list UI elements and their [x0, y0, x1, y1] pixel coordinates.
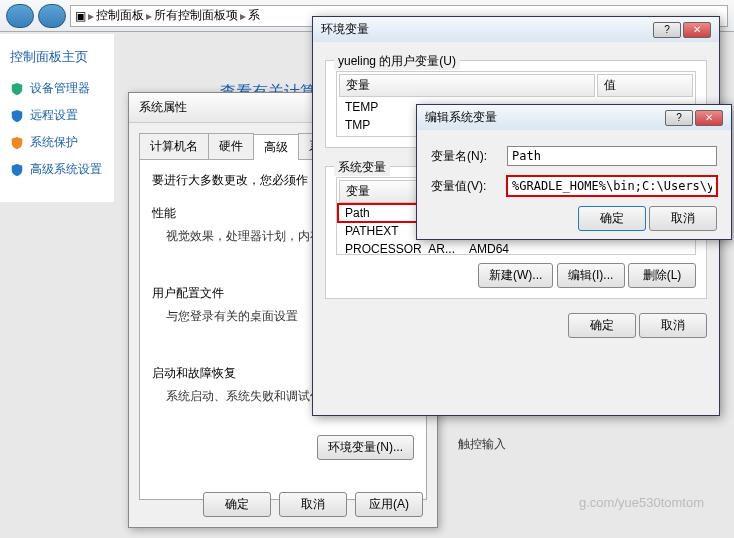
dialog-title: 编辑系统变量 — [425, 109, 497, 126]
delete-button[interactable]: 删除(L) — [628, 263, 696, 288]
control-panel-sidebar: 控制面板主页 设备管理器 远程设置 系统保护 高级系统设置 — [0, 34, 114, 202]
group-label: yueling 的用户变量(U) — [334, 53, 460, 70]
dialog-title: 环境变量 — [321, 21, 369, 38]
edit-button[interactable]: 编辑(I)... — [557, 263, 625, 288]
close-button[interactable]: ✕ — [683, 22, 711, 38]
env-vars-button[interactable]: 环境变量(N)... — [317, 435, 414, 460]
shield-icon — [10, 109, 24, 123]
crumb[interactable]: 控制面板 — [96, 7, 144, 24]
tab-computer-name[interactable]: 计算机名 — [139, 133, 209, 159]
shield-icon — [10, 136, 24, 150]
nav-fwd-button[interactable] — [38, 4, 66, 28]
dialog-buttons: 确定 取消 应用(A) — [129, 492, 437, 517]
chevron-right-icon: ▸ — [240, 9, 246, 23]
help-button[interactable]: ? — [653, 22, 681, 38]
new-button[interactable]: 新建(W)... — [478, 263, 553, 288]
help-button[interactable]: ? — [665, 110, 693, 126]
shield-icon — [10, 163, 24, 177]
nav-back-button[interactable] — [6, 4, 34, 28]
sidebar-title: 控制面板主页 — [10, 48, 104, 66]
cancel-button[interactable]: 取消 — [279, 492, 347, 517]
col-val[interactable]: 值 — [597, 74, 693, 97]
ok-button[interactable]: 确定 — [203, 492, 271, 517]
apply-button[interactable]: 应用(A) — [355, 492, 423, 517]
sidebar-item-label: 高级系统设置 — [30, 161, 102, 178]
shield-icon — [10, 82, 24, 96]
chevron-right-icon: ▸ — [146, 9, 152, 23]
crumb[interactable]: 所有控制面板项 — [154, 7, 238, 24]
tab-hardware[interactable]: 硬件 — [208, 133, 254, 159]
cancel-button[interactable]: 取消 — [639, 313, 707, 338]
chevron-right-icon: ▸ — [88, 9, 94, 23]
tab-advanced[interactable]: 高级 — [253, 134, 299, 160]
var-value-label: 变量值(V): — [431, 178, 507, 195]
sidebar-item-device-manager[interactable]: 设备管理器 — [10, 80, 104, 97]
ok-button[interactable]: 确定 — [578, 206, 646, 231]
col-var[interactable]: 变量 — [339, 74, 595, 97]
sidebar-item-label: 系统保护 — [30, 134, 78, 151]
var-value-input[interactable] — [507, 176, 717, 196]
close-button[interactable]: ✕ — [695, 110, 723, 126]
sidebar-item-protection[interactable]: 系统保护 — [10, 134, 104, 151]
sidebar-item-remote[interactable]: 远程设置 — [10, 107, 104, 124]
var-name-input[interactable] — [507, 146, 717, 166]
var-name-label: 变量名(N): — [431, 148, 507, 165]
folder-icon: ▣ — [75, 9, 86, 23]
table-row: PROCESSOR_AR...AMD64 — [339, 241, 693, 255]
group-label: 系统变量 — [334, 159, 390, 176]
sidebar-item-advanced[interactable]: 高级系统设置 — [10, 161, 104, 178]
touch-input-label: 触控输入 — [458, 436, 506, 453]
title-bar: 编辑系统变量 ? ✕ — [417, 105, 731, 130]
title-bar: 环境变量 ? ✕ — [313, 17, 719, 42]
sidebar-item-label: 设备管理器 — [30, 80, 90, 97]
watermark: g.com/yue530tomtom — [579, 495, 704, 510]
ok-button[interactable]: 确定 — [568, 313, 636, 338]
crumb[interactable]: 系 — [248, 7, 260, 24]
cancel-button[interactable]: 取消 — [649, 206, 717, 231]
edit-var-dialog: 编辑系统变量 ? ✕ 变量名(N): 变量值(V): 确定 取消 — [416, 104, 732, 240]
sidebar-item-label: 远程设置 — [30, 107, 78, 124]
